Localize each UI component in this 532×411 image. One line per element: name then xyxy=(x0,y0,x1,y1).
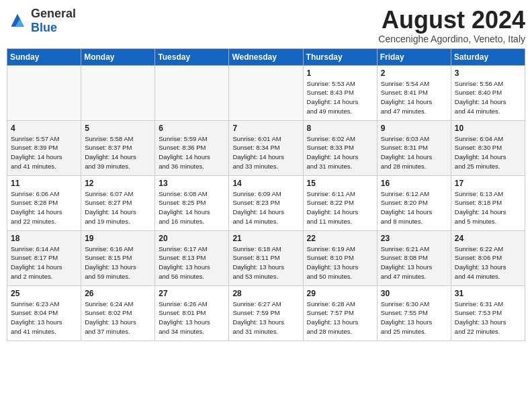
day-cell: 8Sunrise: 6:02 AM Sunset: 8:33 PM Daylig… xyxy=(303,120,377,175)
day-info: Sunrise: 6:08 AM Sunset: 8:25 PM Dayligh… xyxy=(159,189,225,226)
header-wednesday: Wednesday xyxy=(229,48,303,65)
day-number: 5 xyxy=(85,124,151,133)
day-cell xyxy=(229,65,303,120)
day-info: Sunrise: 6:17 AM Sunset: 8:13 PM Dayligh… xyxy=(159,244,225,281)
day-info: Sunrise: 6:02 AM Sunset: 8:33 PM Dayligh… xyxy=(307,134,373,171)
day-info: Sunrise: 6:26 AM Sunset: 8:01 PM Dayligh… xyxy=(159,300,225,336)
logo-text: General Blue xyxy=(31,7,76,35)
day-cell: 25Sunrise: 6:23 AM Sunset: 8:04 PM Dayli… xyxy=(7,285,81,340)
day-cell: 24Sunrise: 6:22 AM Sunset: 8:06 PM Dayli… xyxy=(451,230,525,285)
day-info: Sunrise: 6:27 AM Sunset: 7:59 PM Dayligh… xyxy=(232,300,299,336)
day-info: Sunrise: 6:30 AM Sunset: 7:55 PM Dayligh… xyxy=(381,300,447,336)
day-info: Sunrise: 6:14 AM Sunset: 8:17 PM Dayligh… xyxy=(11,244,77,281)
logo: General Blue xyxy=(7,7,76,35)
week-row-3: 11Sunrise: 6:06 AM Sunset: 8:28 PM Dayli… xyxy=(7,175,525,230)
day-cell xyxy=(155,65,229,120)
day-cell: 16Sunrise: 6:12 AM Sunset: 8:20 PM Dayli… xyxy=(377,175,451,230)
calendar-body: 1Sunrise: 5:53 AM Sunset: 8:43 PM Daylig… xyxy=(7,65,525,340)
day-cell: 10Sunrise: 6:04 AM Sunset: 8:30 PM Dayli… xyxy=(451,120,525,175)
day-number: 31 xyxy=(455,289,521,298)
day-info: Sunrise: 5:56 AM Sunset: 8:40 PM Dayligh… xyxy=(455,79,521,116)
day-number: 23 xyxy=(381,234,447,243)
header-tuesday: Tuesday xyxy=(155,48,229,65)
day-cell: 31Sunrise: 6:31 AM Sunset: 7:53 PM Dayli… xyxy=(451,285,525,340)
day-cell: 7Sunrise: 6:01 AM Sunset: 8:34 PM Daylig… xyxy=(229,120,303,175)
day-cell: 20Sunrise: 6:17 AM Sunset: 8:13 PM Dayli… xyxy=(155,230,229,285)
day-number: 7 xyxy=(232,124,299,133)
day-number: 19 xyxy=(85,234,151,243)
day-info: Sunrise: 6:06 AM Sunset: 8:28 PM Dayligh… xyxy=(11,189,77,226)
day-info: Sunrise: 6:04 AM Sunset: 8:30 PM Dayligh… xyxy=(455,134,521,171)
day-cell: 3Sunrise: 5:56 AM Sunset: 8:40 PM Daylig… xyxy=(451,65,525,120)
day-info: Sunrise: 6:23 AM Sunset: 8:04 PM Dayligh… xyxy=(11,300,77,336)
day-cell: 1Sunrise: 5:53 AM Sunset: 8:43 PM Daylig… xyxy=(303,65,377,120)
header-thursday: Thursday xyxy=(303,48,377,65)
day-cell: 15Sunrise: 6:11 AM Sunset: 8:22 PM Dayli… xyxy=(303,175,377,230)
day-cell: 17Sunrise: 6:13 AM Sunset: 8:18 PM Dayli… xyxy=(451,175,525,230)
day-cell: 14Sunrise: 6:09 AM Sunset: 8:23 PM Dayli… xyxy=(229,175,303,230)
day-number: 24 xyxy=(455,234,521,243)
day-cell: 2Sunrise: 5:54 AM Sunset: 8:41 PM Daylig… xyxy=(377,65,451,120)
day-cell: 6Sunrise: 5:59 AM Sunset: 8:36 PM Daylig… xyxy=(155,120,229,175)
header-row: Sunday Monday Tuesday Wednesday Thursday… xyxy=(7,48,525,65)
week-row-2: 4Sunrise: 5:57 AM Sunset: 8:39 PM Daylig… xyxy=(7,120,525,175)
day-number: 28 xyxy=(232,289,299,298)
page-header: General Blue August 2024 Cencenighe Agor… xyxy=(7,7,525,44)
day-number: 29 xyxy=(307,289,373,298)
day-number: 10 xyxy=(455,124,521,133)
day-info: Sunrise: 6:18 AM Sunset: 8:11 PM Dayligh… xyxy=(232,244,299,281)
day-cell: 29Sunrise: 6:28 AM Sunset: 7:57 PM Dayli… xyxy=(303,285,377,340)
day-number: 9 xyxy=(381,124,447,133)
day-info: Sunrise: 6:13 AM Sunset: 8:18 PM Dayligh… xyxy=(455,189,521,226)
day-info: Sunrise: 6:16 AM Sunset: 8:15 PM Dayligh… xyxy=(85,244,151,281)
day-info: Sunrise: 6:24 AM Sunset: 8:02 PM Dayligh… xyxy=(85,300,151,336)
week-row-5: 25Sunrise: 6:23 AM Sunset: 8:04 PM Dayli… xyxy=(7,285,525,340)
day-number: 4 xyxy=(11,124,77,133)
day-info: Sunrise: 6:21 AM Sunset: 8:08 PM Dayligh… xyxy=(381,244,447,281)
day-number: 12 xyxy=(85,179,151,188)
day-info: Sunrise: 5:53 AM Sunset: 8:43 PM Dayligh… xyxy=(307,79,373,116)
day-info: Sunrise: 5:57 AM Sunset: 8:39 PM Dayligh… xyxy=(11,134,77,171)
day-cell: 26Sunrise: 6:24 AM Sunset: 8:02 PM Dayli… xyxy=(81,285,155,340)
day-number: 1 xyxy=(307,68,373,78)
week-row-1: 1Sunrise: 5:53 AM Sunset: 8:43 PM Daylig… xyxy=(7,65,525,120)
calendar-table: Sunday Monday Tuesday Wednesday Thursday… xyxy=(7,48,525,341)
day-info: Sunrise: 6:01 AM Sunset: 8:34 PM Dayligh… xyxy=(232,134,299,171)
day-number: 22 xyxy=(307,234,373,243)
day-number: 11 xyxy=(11,179,77,188)
day-number: 2 xyxy=(381,68,447,78)
day-cell: 13Sunrise: 6:08 AM Sunset: 8:25 PM Dayli… xyxy=(155,175,229,230)
header-saturday: Saturday xyxy=(451,48,525,65)
header-monday: Monday xyxy=(81,48,155,65)
header-friday: Friday xyxy=(377,48,451,65)
day-number: 26 xyxy=(85,289,151,298)
day-cell: 12Sunrise: 6:07 AM Sunset: 8:27 PM Dayli… xyxy=(81,175,155,230)
day-cell: 9Sunrise: 6:03 AM Sunset: 8:31 PM Daylig… xyxy=(377,120,451,175)
day-info: Sunrise: 6:19 AM Sunset: 8:10 PM Dayligh… xyxy=(307,244,373,281)
day-number: 18 xyxy=(11,234,77,243)
title-block: August 2024 Cencenighe Agordino, Veneto,… xyxy=(378,7,525,44)
month-title: August 2024 xyxy=(378,7,525,34)
day-cell: 4Sunrise: 5:57 AM Sunset: 8:39 PM Daylig… xyxy=(7,120,81,175)
day-number: 16 xyxy=(381,179,447,188)
day-number: 25 xyxy=(11,289,77,298)
day-number: 15 xyxy=(307,179,373,188)
day-cell xyxy=(7,65,81,120)
day-info: Sunrise: 5:54 AM Sunset: 8:41 PM Dayligh… xyxy=(381,79,447,116)
day-info: Sunrise: 6:11 AM Sunset: 8:22 PM Dayligh… xyxy=(307,189,373,226)
day-number: 14 xyxy=(232,179,299,188)
day-cell: 21Sunrise: 6:18 AM Sunset: 8:11 PM Dayli… xyxy=(229,230,303,285)
day-info: Sunrise: 6:31 AM Sunset: 7:53 PM Dayligh… xyxy=(455,300,521,336)
logo-general: General xyxy=(31,7,76,20)
day-cell: 5Sunrise: 5:58 AM Sunset: 8:37 PM Daylig… xyxy=(81,120,155,175)
day-number: 20 xyxy=(159,234,225,243)
day-cell: 18Sunrise: 6:14 AM Sunset: 8:17 PM Dayli… xyxy=(7,230,81,285)
day-cell: 27Sunrise: 6:26 AM Sunset: 8:01 PM Dayli… xyxy=(155,285,229,340)
header-sunday: Sunday xyxy=(7,48,81,65)
day-info: Sunrise: 5:59 AM Sunset: 8:36 PM Dayligh… xyxy=(159,134,225,171)
day-number: 6 xyxy=(159,124,225,133)
day-cell: 19Sunrise: 6:16 AM Sunset: 8:15 PM Dayli… xyxy=(81,230,155,285)
logo-icon xyxy=(7,11,28,30)
location-subtitle: Cencenighe Agordino, Veneto, Italy xyxy=(378,34,525,44)
calendar-header: Sunday Monday Tuesday Wednesday Thursday… xyxy=(7,48,525,65)
